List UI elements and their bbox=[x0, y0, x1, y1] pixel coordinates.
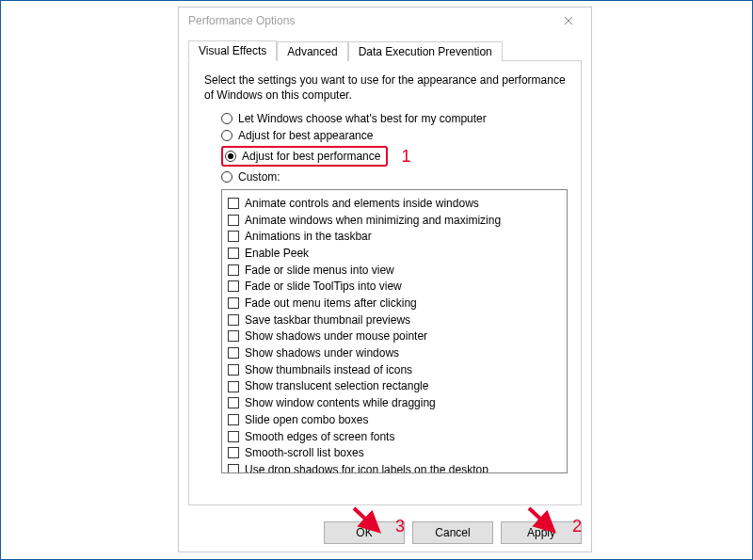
tab-panel-visual-effects: Select the settings you want to use for … bbox=[188, 61, 582, 505]
checkbox-icon bbox=[228, 397, 239, 408]
visual-effects-radio-group: Let Windows choose what's best for my co… bbox=[221, 112, 569, 184]
radio-label: Adjust for best appearance bbox=[238, 129, 373, 142]
annotation-highlight-step1: Adjust for best performance bbox=[221, 146, 388, 167]
checkbox-icon bbox=[228, 264, 239, 276]
checkbox-icon bbox=[228, 280, 239, 292]
radio-label: Let Windows choose what's best for my co… bbox=[238, 112, 487, 125]
tab-label: Advanced bbox=[287, 45, 337, 58]
radio-custom[interactable]: Custom: bbox=[221, 170, 569, 184]
checkbox-label: Show window contents while dragging bbox=[245, 395, 436, 410]
button-label: OK bbox=[356, 526, 372, 539]
checkbox-label: Animate controls and elements inside win… bbox=[245, 196, 479, 211]
checkbox-label: Fade or slide menus into view bbox=[245, 263, 394, 278]
tab-data-execution-prevention[interactable]: Data Execution Prevention bbox=[348, 41, 503, 61]
list-item[interactable]: Use drop shadows for icon labels on the … bbox=[228, 462, 561, 474]
radio-best-appearance[interactable]: Adjust for best appearance bbox=[221, 129, 569, 142]
radio-let-windows-choose[interactable]: Let Windows choose what's best for my co… bbox=[221, 112, 569, 125]
list-item[interactable]: Slide open combo boxes bbox=[228, 412, 561, 427]
checkbox-icon bbox=[228, 330, 239, 342]
window-title: Performance Options bbox=[188, 14, 550, 27]
tab-advanced[interactable]: Advanced bbox=[277, 41, 347, 61]
checkbox-icon bbox=[228, 364, 239, 376]
checkbox-icon bbox=[228, 198, 239, 209]
annotation-number-1: 1 bbox=[401, 147, 410, 167]
checkbox-label: Show shadows under windows bbox=[245, 345, 399, 360]
checkbox-label: Animate windows when minimizing and maxi… bbox=[245, 213, 501, 228]
tabstrip: Visual Effects Advanced Data Execution P… bbox=[188, 40, 582, 61]
checkbox-icon bbox=[228, 215, 239, 226]
checkbox-label: Save taskbar thumbnail previews bbox=[245, 312, 410, 328]
checkbox-label: Smooth edges of screen fonts bbox=[245, 429, 394, 444]
list-item[interactable]: Show translucent selection rectangle bbox=[228, 378, 561, 393]
list-item[interactable]: Fade or slide menus into view bbox=[228, 263, 561, 278]
annotation-number-3: 3 bbox=[395, 517, 405, 536]
checkbox-icon bbox=[228, 314, 239, 326]
intro-text: Select the settings you want to use for … bbox=[204, 72, 569, 103]
list-item[interactable]: Smooth edges of screen fonts bbox=[228, 429, 561, 444]
radio-best-performance[interactable]: Adjust for best performance bbox=[225, 150, 380, 163]
checkbox-label: Animations in the taskbar bbox=[245, 229, 372, 244]
button-label: Apply bbox=[527, 526, 555, 539]
visual-effects-checklist[interactable]: Animate controls and elements inside win… bbox=[221, 189, 568, 473]
checkbox-icon bbox=[228, 297, 239, 309]
list-item[interactable]: Animations in the taskbar bbox=[228, 229, 561, 244]
dialog-button-row: OK Cancel Apply bbox=[324, 521, 582, 544]
checkbox-label: Show translucent selection rectangle bbox=[245, 378, 428, 393]
list-item[interactable]: Show thumbnails instead of icons bbox=[228, 362, 561, 377]
checkbox-icon bbox=[228, 231, 239, 242]
checkbox-label: Fade out menu items after clicking bbox=[245, 296, 417, 311]
titlebar: Performance Options bbox=[179, 8, 591, 34]
apply-button[interactable]: Apply bbox=[501, 521, 582, 544]
checkbox-icon bbox=[228, 464, 239, 473]
list-item[interactable]: Smooth-scroll list boxes bbox=[228, 445, 561, 460]
close-button[interactable] bbox=[550, 9, 587, 32]
list-item[interactable]: Show shadows under mouse pointer bbox=[228, 328, 561, 344]
list-item[interactable]: Enable Peek bbox=[228, 246, 561, 261]
list-item[interactable]: Fade out menu items after clicking bbox=[228, 296, 561, 311]
radio-label: Custom: bbox=[238, 170, 280, 184]
checkbox-icon bbox=[228, 248, 239, 259]
tab-label: Visual Effects bbox=[199, 44, 266, 57]
radio-icon bbox=[221, 130, 232, 141]
radio-icon bbox=[221, 113, 232, 124]
tab-visual-effects[interactable]: Visual Effects bbox=[188, 40, 277, 61]
checkbox-label: Show shadows under mouse pointer bbox=[245, 328, 427, 344]
checkbox-icon bbox=[228, 447, 239, 458]
performance-options-dialog: Performance Options Visual Effects Advan… bbox=[178, 7, 592, 552]
checkbox-label: Enable Peek bbox=[245, 246, 309, 261]
radio-label: Adjust for best performance bbox=[242, 150, 380, 163]
cancel-button[interactable]: Cancel bbox=[412, 521, 493, 544]
list-item[interactable]: Save taskbar thumbnail previews bbox=[228, 312, 561, 328]
button-label: Cancel bbox=[435, 526, 470, 539]
checkbox-label: Slide open combo boxes bbox=[245, 412, 368, 427]
list-item[interactable]: Show shadows under windows bbox=[228, 345, 561, 360]
checkbox-icon bbox=[228, 381, 239, 392]
close-icon bbox=[564, 16, 573, 25]
checkbox-icon bbox=[228, 431, 239, 442]
annotation-number-2: 2 bbox=[572, 517, 582, 536]
list-item[interactable]: Animate controls and elements inside win… bbox=[228, 196, 561, 211]
list-item[interactable]: Show window contents while dragging bbox=[228, 395, 561, 410]
checkbox-label: Use drop shadows for icon labels on the … bbox=[245, 462, 489, 474]
list-item[interactable]: Animate windows when minimizing and maxi… bbox=[228, 213, 561, 228]
checkbox-label: Show thumbnails instead of icons bbox=[245, 362, 412, 377]
list-item[interactable]: Fade or slide ToolTips into view bbox=[228, 279, 561, 294]
checkbox-label: Fade or slide ToolTips into view bbox=[245, 279, 402, 294]
ok-button[interactable]: OK bbox=[324, 521, 405, 544]
radio-icon bbox=[225, 151, 236, 162]
checkbox-icon bbox=[228, 347, 239, 359]
checkbox-label: Smooth-scroll list boxes bbox=[245, 445, 364, 460]
tab-label: Data Execution Prevention bbox=[359, 45, 492, 58]
checkbox-icon bbox=[228, 414, 239, 425]
radio-icon bbox=[221, 171, 232, 183]
